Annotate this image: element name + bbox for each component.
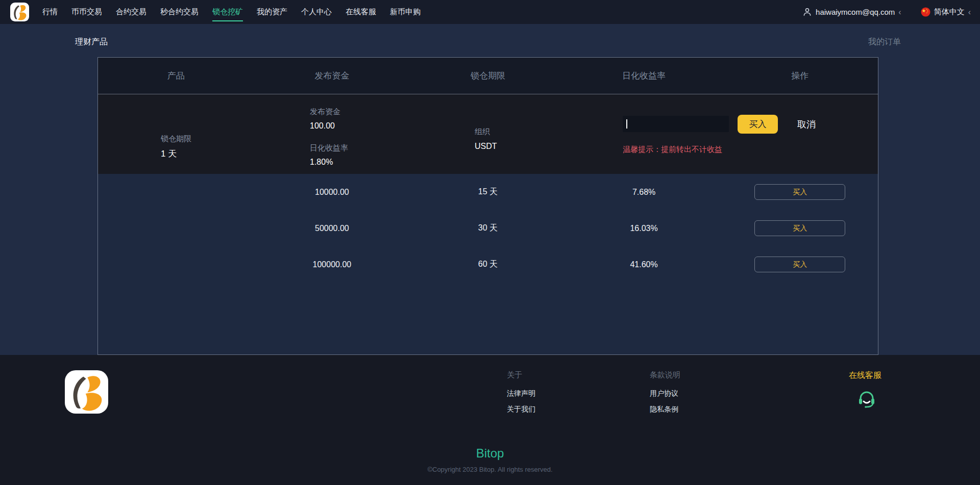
lock-period-label: 锁仓期限: [161, 134, 191, 144]
nav-item[interactable]: 秒合约交易: [160, 7, 199, 17]
organization-cell: 组织 USDT: [475, 127, 497, 151]
rate-cell: 7.68%: [566, 188, 722, 197]
amount-input-wrap: [623, 116, 729, 132]
rate-label: 日化收益率: [310, 143, 348, 153]
nav-item[interactable]: 币币交易: [71, 7, 102, 17]
column-header: 产品: [98, 70, 254, 82]
terms-heading: 条款说明: [650, 370, 680, 380]
footer-link[interactable]: 关于我们: [507, 405, 535, 414]
bitop-logo-icon: [65, 370, 108, 414]
fund-label: 发布资金: [310, 107, 348, 117]
person-icon: [802, 7, 812, 17]
brand-name: Bitop: [0, 446, 980, 461]
amount-input[interactable]: [623, 116, 729, 132]
column-header: 发布资金: [254, 70, 410, 82]
cancel-button[interactable]: 取消: [794, 118, 819, 131]
nav-menu: 行情 币币交易 合约交易 秒合约交易 锁仓挖矿 我的资产 个人中心 在线客服 新…: [42, 7, 421, 17]
online-service-link[interactable]: 在线客服: [849, 370, 881, 381]
footer-link[interactable]: 隐私条例: [650, 405, 680, 414]
language-selector[interactable]: 简体中文 ‹: [921, 7, 971, 17]
product-cell: 锁仓期限 1 天: [98, 134, 254, 160]
account-menu[interactable]: haiwaiymcom@qq.com ‹: [802, 7, 901, 17]
bitop-logo-icon[interactable]: [10, 3, 29, 21]
table-header-row: 产品 发布资金 锁仓期限 日化收益率 操作: [98, 58, 878, 94]
rate-cell: 41.60%: [566, 260, 722, 269]
buy-button[interactable]: 买入: [754, 220, 845, 236]
headset-icon[interactable]: [856, 389, 877, 409]
organization-label: 组织: [475, 127, 497, 137]
rate-cell: 16.03%: [566, 224, 722, 233]
table-row: 10000.00 15 天 7.68% 买入: [98, 174, 878, 210]
nav-item[interactable]: 我的资产: [257, 7, 287, 17]
fund-value: 100.00: [310, 121, 348, 131]
nav-item[interactable]: 个人中心: [301, 7, 332, 17]
footer-about-column: 关于 法律声明关于我们: [507, 370, 535, 421]
account-email: haiwaiymcom@qq.com: [816, 8, 895, 16]
nav-item[interactable]: 锁仓挖矿: [212, 7, 243, 17]
action-cell: 买入: [722, 220, 878, 236]
china-flag-icon: [921, 7, 930, 17]
buy-button[interactable]: 买入: [754, 184, 845, 200]
fund-rate-cell: 发布资金 100.00 日化收益率 1.80%: [310, 107, 348, 167]
nav-item[interactable]: 行情: [42, 7, 58, 17]
period-cell: 15 天: [410, 187, 566, 197]
column-header: 操作: [722, 70, 878, 82]
top-navbar: 行情 币币交易 合约交易 秒合约交易 锁仓挖矿 我的资产 个人中心 在线客服 新…: [0, 0, 980, 24]
table-row: 100000.00 60 天 41.60% 买入: [98, 246, 878, 283]
action-cell: 买入: [722, 184, 878, 200]
lock-period-value: 1 天: [161, 148, 191, 160]
about-heading: 关于: [507, 370, 535, 380]
copyright: ©Copyright 2023 Bitop. All rights reserv…: [0, 466, 980, 473]
nav-item[interactable]: 新币申购: [390, 7, 421, 17]
navbar-right: haiwaiymcom@qq.com ‹ 简体中文 ‹: [802, 7, 971, 17]
organization-value: USDT: [475, 142, 497, 151]
nav-item[interactable]: 在线客服: [346, 7, 376, 17]
expanded-product-row: 锁仓期限 1 天 发布资金 100.00 日化收益率 1.80% 组织 USDT…: [98, 94, 878, 174]
chevron-icon: ‹: [968, 8, 971, 16]
chevron-icon: ‹: [898, 8, 901, 16]
table-row: 50000.00 30 天 16.03% 买入: [98, 210, 878, 246]
period-cell: 30 天: [410, 223, 566, 234]
column-header: 日化收益率: [566, 70, 722, 82]
my-orders-link[interactable]: 我的订单: [868, 37, 901, 47]
fund-cell: 10000.00: [254, 188, 410, 197]
fund-cell: 100000.00: [254, 260, 410, 269]
warning-text: 温馨提示：提前转出不计收益: [623, 145, 722, 155]
buy-button[interactable]: 买入: [738, 115, 778, 134]
period-cell: 60 天: [410, 259, 566, 270]
products-table: 产品 发布资金 锁仓期限 日化收益率 操作 锁仓期限 1 天 发布资金 100.…: [97, 57, 878, 355]
language-label: 简体中文: [934, 7, 965, 17]
footer-terms-column: 条款说明 用户协议隐私条例: [650, 370, 680, 421]
text-caret: [626, 119, 627, 129]
page-title: 理财产品: [75, 37, 108, 47]
fund-cell: 50000.00: [254, 224, 410, 233]
main-content: 理财产品 我的订单 产品 发布资金 锁仓期限 日化收益率 操作 锁仓期限 1 天: [0, 24, 980, 355]
footer: 关于 法律声明关于我们 条款说明 用户协议隐私条例 在线客服 Bitop ©Co…: [0, 355, 980, 485]
action-cell: 买入: [722, 257, 878, 272]
footer-link[interactable]: 用户协议: [650, 389, 680, 398]
footer-link[interactable]: 法律声明: [507, 389, 535, 398]
table-body: 10000.00 15 天 7.68% 买入 50000.00 30 天 16.…: [98, 174, 878, 283]
buy-button[interactable]: 买入: [754, 257, 845, 272]
rate-value: 1.80%: [310, 158, 348, 167]
column-header: 锁仓期限: [410, 70, 566, 82]
nav-item[interactable]: 合约交易: [116, 7, 146, 17]
